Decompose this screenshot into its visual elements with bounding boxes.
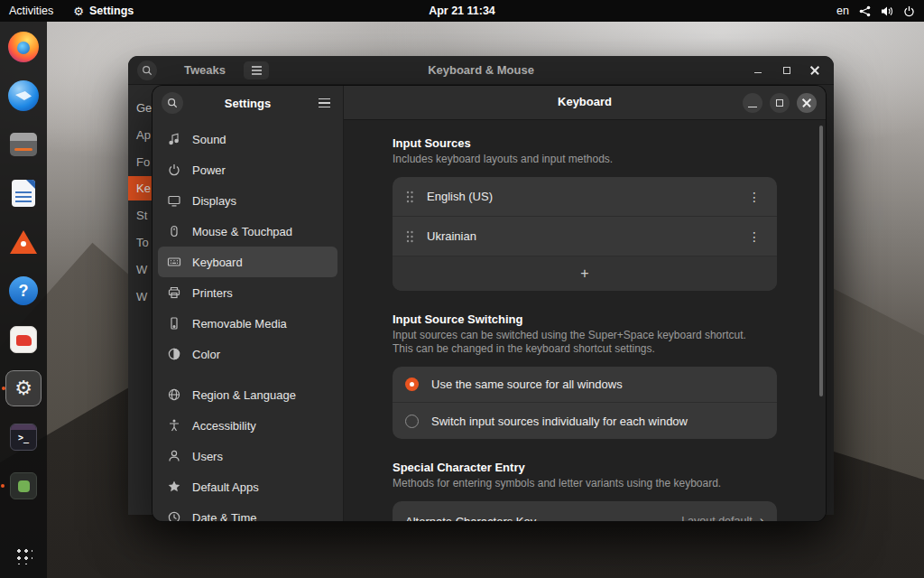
maximize-button[interactable]: [770, 93, 790, 113]
minimize-button[interactable]: [743, 93, 762, 113]
sidebar-item-keyboard[interactable]: Keyboard: [158, 247, 337, 277]
sidebar-item-label: Displays: [192, 194, 236, 208]
settings-sidebar-header: Settings: [152, 86, 343, 120]
dock-item-ubuntu-software[interactable]: [5, 224, 42, 260]
input-source-row-english[interactable]: English (US) ⋮: [393, 177, 777, 217]
ubuntu-software-icon: [10, 230, 37, 254]
sidebar-item-power[interactable]: Power: [158, 154, 337, 185]
add-input-source-button[interactable]: +: [393, 256, 777, 291]
dock-item-terminal[interactable]: >_: [5, 419, 42, 455]
keyboard-layout-indicator[interactable]: en: [836, 5, 849, 17]
option-same-source-all-windows[interactable]: Use the same source for all windows: [393, 367, 777, 403]
sidebar-item-accessibility[interactable]: Accessibility: [158, 410, 337, 441]
dock-item-help[interactable]: ?: [5, 273, 42, 309]
kebab-menu-icon[interactable]: ⋮: [744, 229, 764, 244]
dock-item-media-app[interactable]: [5, 322, 42, 358]
sidebar-item-label: Color: [192, 348, 220, 361]
radio-selected-icon[interactable]: [405, 378, 419, 391]
power-icon: [167, 163, 181, 177]
sidebar-item-printers[interactable]: Printers: [158, 277, 337, 308]
switching-desc-2: This can be changed in the keyboard shor…: [393, 342, 777, 356]
globe-icon: [167, 387, 181, 402]
settings-headerbar[interactable]: Keyboard: [344, 86, 826, 120]
media-app-icon: [10, 326, 37, 353]
dock-item-libreoffice-writer[interactable]: [5, 175, 42, 211]
sidebar-item-date-time[interactable]: Date & Time: [158, 502, 337, 521]
sidebar-item-label: Default Apps: [192, 480, 259, 494]
dock-item-thunderbird[interactable]: [5, 78, 42, 114]
input-source-row-ukrainian[interactable]: Ukrainian ⋮: [393, 217, 777, 256]
desktop: Activities ⚙ Settings Apr 21 11:34 en: [0, 0, 924, 578]
tweaks-window-title: Keyboard & Mouse: [128, 63, 834, 77]
sidebar-item-default-apps[interactable]: Default Apps: [158, 471, 337, 502]
special-entry-title: Special Character Entry: [393, 461, 777, 474]
writer-icon: [12, 180, 35, 207]
drag-handle-icon[interactable]: [405, 229, 414, 244]
tweaks-close-button[interactable]: [805, 61, 823, 79]
dock-item-files[interactable]: [5, 126, 42, 163]
displays-icon: [167, 193, 181, 208]
users-icon: [167, 449, 181, 463]
sidebar-item-displays[interactable]: Displays: [158, 185, 337, 216]
sidebar-item-users[interactable]: Users: [158, 441, 337, 471]
settings-sidebar: Settings Sound Power: [152, 86, 344, 521]
row-label: Alternate Characters Key: [405, 515, 536, 522]
keyboard-panel-content: Input Sources Includes keyboard layouts …: [344, 120, 826, 521]
help-icon: ?: [9, 276, 38, 305]
show-applications-button[interactable]: [5, 536, 42, 573]
mouse-icon: [167, 224, 181, 238]
activities-button[interactable]: Activities: [9, 5, 53, 17]
gear-icon: ⚙: [73, 5, 84, 18]
settings-window: Settings Sound Power: [152, 85, 827, 522]
sidebar-item-color[interactable]: Color: [158, 339, 337, 369]
focused-app-label: Settings: [89, 5, 134, 17]
settings-gear-icon: ⚙: [14, 378, 32, 398]
focused-app-menu[interactable]: ⚙ Settings: [73, 5, 134, 18]
sidebar-item-sound[interactable]: Sound: [158, 124, 337, 154]
input-sources-title: Input Sources: [393, 136, 777, 150]
system-status-area[interactable]: en: [836, 5, 915, 17]
sidebar-item-label: Mouse & Touchpad: [192, 225, 292, 238]
option-switch-per-window[interactable]: Switch input sources individually for ea…: [393, 403, 777, 439]
sidebar-item-label: Region & Language: [192, 388, 296, 402]
app-grid-icon: [14, 546, 32, 564]
top-panel: Activities ⚙ Settings Apr 21 11:34 en: [0, 0, 924, 22]
sidebar-item-removable-media[interactable]: Removable Media: [158, 308, 337, 339]
tweaks-maximize-button[interactable]: [777, 61, 795, 79]
chevron-right-icon: ›: [760, 513, 764, 521]
dock: ? ⚙ >_: [0, 22, 47, 578]
settings-sidebar-list: Sound Power Displays: [152, 120, 343, 521]
switching-options: Use the same source for all windows Swit…: [393, 367, 777, 439]
removable-media-icon: [167, 316, 181, 331]
files-icon: [10, 133, 37, 156]
special-entry-list: Alternate Characters Key Layout default …: [393, 501, 777, 521]
keyboard-icon: [167, 255, 181, 269]
alternate-characters-key-row[interactable]: Alternate Characters Key Layout default …: [393, 501, 777, 521]
sidebar-item-label: Power: [192, 163, 226, 177]
sidebar-item-mouse-touchpad[interactable]: Mouse & Touchpad: [158, 216, 337, 247]
option-label: Use the same source for all windows: [431, 378, 623, 391]
tweaks-app-icon: [10, 472, 37, 499]
power-icon: [903, 5, 915, 17]
dock-item-firefox[interactable]: [5, 29, 42, 65]
terminal-icon: >_: [10, 424, 37, 451]
dock-item-tweaks[interactable]: [5, 468, 42, 504]
sidebar-item-region-language[interactable]: Region & Language: [158, 379, 337, 410]
sidebar-item-label: Keyboard: [192, 256, 243, 269]
radio-unselected-icon[interactable]: [405, 415, 419, 428]
tweaks-headerbar[interactable]: Tweaks Keyboard & Mouse: [128, 56, 834, 85]
dock-item-settings[interactable]: ⚙: [5, 370, 42, 406]
input-sources-list: English (US) ⋮ Ukrainian ⋮ +: [393, 177, 777, 291]
thunderbird-icon: [8, 80, 39, 111]
close-button[interactable]: [797, 93, 817, 113]
scrollbar[interactable]: [819, 126, 823, 396]
kebab-menu-icon[interactable]: ⋮: [744, 190, 764, 204]
settings-main-pane: Keyboard Input Sources Includes keyboard…: [344, 86, 826, 521]
clock-button[interactable]: Apr 21 11:34: [429, 5, 495, 17]
input-source-label: English (US): [427, 190, 493, 203]
sidebar-item-label: Sound: [192, 133, 226, 146]
sound-icon: [167, 132, 181, 146]
settings-sidebar-title: Settings: [152, 97, 343, 110]
drag-handle-icon[interactable]: [405, 190, 414, 204]
tweaks-minimize-button[interactable]: [749, 61, 767, 79]
